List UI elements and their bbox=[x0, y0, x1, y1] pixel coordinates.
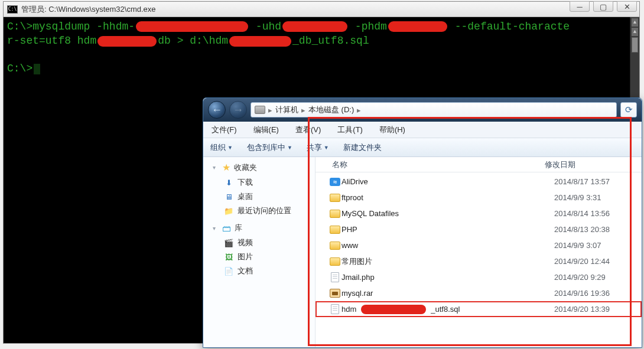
file-date: 2014/9/9 3:07 bbox=[554, 241, 642, 250]
star-icon: ★ bbox=[222, 162, 230, 173]
file-name: PHP bbox=[341, 225, 554, 234]
menu-help[interactable]: 帮助(H) bbox=[377, 123, 408, 136]
nav-desktop[interactable]: 🖥桌面 bbox=[223, 190, 315, 204]
nav-libraries-header[interactable]: ▾ 🗃 库 bbox=[213, 223, 315, 233]
file-icon bbox=[331, 272, 339, 282]
nav-documents[interactable]: 📄文档 bbox=[223, 264, 315, 278]
file-name: www bbox=[341, 241, 554, 250]
menu-view[interactable]: 查看(V) bbox=[293, 123, 323, 136]
file-row[interactable]: 常用图片2014/9/20 12:44 bbox=[316, 253, 642, 269]
chevron-right-icon: ▸ bbox=[357, 106, 361, 115]
file-date: 2014/8/14 13:56 bbox=[554, 209, 642, 218]
share-button[interactable]: 共享 ▼ bbox=[307, 142, 329, 153]
nav-favorites-header[interactable]: ▾ ★ 收藏夹 bbox=[213, 162, 315, 173]
cmd-titlebar[interactable]: 管理员: C:\Windows\system32\cmd.exe ─ ▢ ✕ bbox=[4, 2, 639, 17]
file-row[interactable]: www2014/9/9 3:07 bbox=[316, 237, 642, 253]
organize-button[interactable]: 组织 ▼ bbox=[210, 142, 233, 153]
forward-button[interactable]: → bbox=[229, 101, 247, 119]
address-bar[interactable]: ▸ 计算机 ▸ 本地磁盘 (D:) ▸ bbox=[251, 102, 617, 118]
file-name: AliDrive bbox=[341, 177, 554, 186]
alidrive-icon: ≈ bbox=[330, 178, 340, 186]
refresh-button[interactable]: ⟳ bbox=[620, 102, 637, 118]
drive-icon bbox=[255, 106, 265, 114]
scroll-page-icon[interactable]: ▲ bbox=[632, 28, 638, 36]
chevron-right-icon: ▸ bbox=[268, 106, 272, 115]
folder-icon bbox=[330, 257, 340, 266]
file-row[interactable]: mysql.rar2014/9/16 19:36 bbox=[316, 285, 642, 301]
menu-edit[interactable]: 编辑(E) bbox=[251, 123, 281, 136]
file-name: hdm_utf8.sql bbox=[341, 305, 554, 314]
file-date: 2014/9/20 12:44 bbox=[554, 257, 642, 266]
nav-downloads[interactable]: ⬇下载 bbox=[223, 175, 315, 190]
breadcrumb-drive[interactable]: 本地磁盘 (D:) bbox=[308, 105, 354, 115]
folder-icon bbox=[330, 226, 340, 234]
file-name: MySQL Datafiles bbox=[341, 209, 554, 218]
file-date: 2014/9/16 19:36 bbox=[554, 289, 642, 298]
file-name: mysql.rar bbox=[341, 289, 554, 298]
explorer-file-list: 名称 修改日期 ≈AliDrive2014/8/17 13:57ftproot2… bbox=[316, 157, 642, 347]
pictures-icon: 🖼 bbox=[223, 253, 234, 261]
file-name: ftproot bbox=[341, 193, 554, 202]
folder-icon bbox=[330, 194, 340, 202]
minimize-button[interactable]: ─ bbox=[570, 1, 590, 12]
library-icon: 🗃 bbox=[222, 223, 231, 233]
menu-file[interactable]: 文件(F) bbox=[209, 123, 239, 136]
explorer-menu-bar: 文件(F) 编辑(E) 查看(V) 工具(T) 帮助(H) bbox=[203, 122, 642, 138]
documents-icon: 📄 bbox=[223, 267, 234, 275]
column-headers: 名称 修改日期 bbox=[316, 157, 642, 172]
file-row[interactable]: PHP2014/8/13 20:38 bbox=[316, 221, 642, 237]
file-row[interactable]: ftproot2014/9/9 3:31 bbox=[316, 190, 642, 206]
archive-icon bbox=[330, 289, 340, 298]
cmd-line-2: r-set=utf8 hdmdb > d:\hdm_db_utf8.sql bbox=[7, 34, 636, 48]
video-icon: 🎬 bbox=[223, 239, 234, 247]
file-row[interactable]: Jmail.php2014/9/20 9:29 bbox=[316, 269, 642, 285]
file-row[interactable]: hdm_utf8.sql2014/9/20 13:39 bbox=[316, 301, 642, 317]
menu-tools[interactable]: 工具(T) bbox=[335, 123, 365, 136]
nav-pictures[interactable]: 🖼图片 bbox=[223, 250, 315, 264]
back-button[interactable]: ← bbox=[208, 101, 226, 119]
maximize-button[interactable]: ▢ bbox=[593, 1, 613, 12]
chevron-down-icon: ▾ bbox=[213, 164, 219, 171]
recent-icon: 📁 bbox=[223, 207, 234, 215]
new-folder-button[interactable]: 新建文件夹 bbox=[343, 142, 382, 153]
close-button[interactable]: ✕ bbox=[617, 1, 637, 12]
col-date[interactable]: 修改日期 bbox=[545, 159, 642, 170]
download-icon: ⬇ bbox=[223, 178, 234, 187]
file-name: 常用图片 bbox=[341, 256, 554, 267]
folder-icon bbox=[330, 242, 340, 250]
scroll-up-icon[interactable]: ▲ bbox=[632, 18, 638, 27]
include-in-library-button[interactable]: 包含到库中 ▼ bbox=[247, 142, 292, 153]
col-name[interactable]: 名称 bbox=[332, 159, 545, 170]
file-name: Jmail.php bbox=[341, 273, 554, 282]
file-icon bbox=[331, 304, 339, 314]
chevron-down-icon: ▾ bbox=[213, 225, 219, 231]
explorer-toolbar: 组织 ▼ 包含到库中 ▼ 共享 ▼ 新建文件夹 bbox=[203, 138, 642, 157]
file-date: 2014/8/13 20:38 bbox=[554, 225, 642, 234]
file-date: 2014/8/17 13:57 bbox=[554, 177, 642, 186]
folder-icon bbox=[330, 210, 340, 218]
cmd-window-buttons: ─ ▢ ✕ bbox=[570, 1, 637, 12]
file-date: 2014/9/20 13:39 bbox=[554, 305, 642, 314]
cmd-prompt: C:\> bbox=[7, 61, 636, 76]
file-row[interactable]: ≈AliDrive2014/8/17 13:57 bbox=[316, 174, 642, 190]
cmd-icon bbox=[7, 5, 18, 14]
explorer-nav-bar: ← → ▸ 计算机 ▸ 本地磁盘 (D:) ▸ ⟳ bbox=[203, 98, 642, 122]
nav-videos[interactable]: 🎬视频 bbox=[223, 236, 315, 250]
cmd-title: 管理员: C:\Windows\system32\cmd.exe bbox=[21, 4, 156, 15]
file-date: 2014/9/20 9:29 bbox=[554, 273, 642, 282]
desktop-icon: 🖥 bbox=[223, 193, 234, 201]
cmd-line-1: C:\>mysqldump -hhdm- -uhd -phdm --defaul… bbox=[7, 19, 636, 34]
scroll-thumb[interactable] bbox=[632, 37, 638, 53]
file-row[interactable]: MySQL Datafiles2014/8/14 13:56 bbox=[316, 206, 642, 221]
file-date: 2014/9/9 3:31 bbox=[554, 193, 642, 202]
explorer-nav-pane: ▾ ★ 收藏夹 ⬇下载 🖥桌面 📁最近访问的位置 ▾ 🗃 库 🎬视频 🖼图片 📄… bbox=[203, 157, 316, 347]
breadcrumb-computer[interactable]: 计算机 bbox=[275, 105, 298, 115]
explorer-window: ← → ▸ 计算机 ▸ 本地磁盘 (D:) ▸ ⟳ 文件(F) 编辑(E) 查看… bbox=[203, 97, 642, 348]
chevron-right-icon: ▸ bbox=[301, 106, 305, 115]
nav-recent[interactable]: 📁最近访问的位置 bbox=[223, 204, 315, 218]
